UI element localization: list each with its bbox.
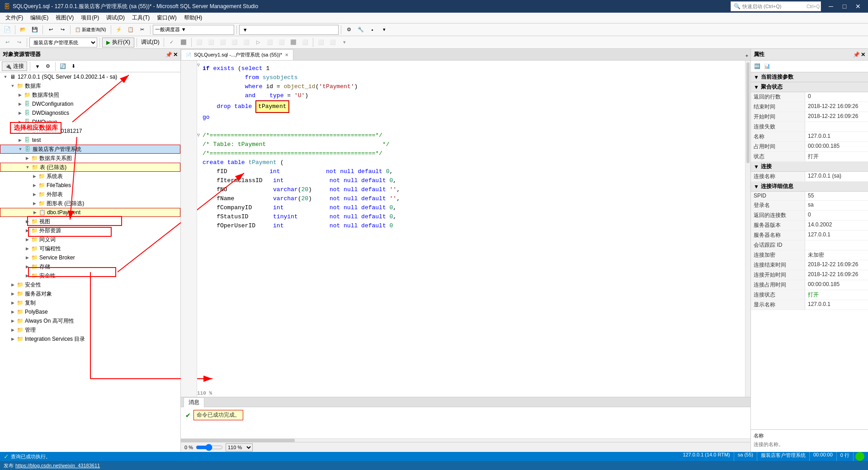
undo-btn2[interactable]: ↩ [2,38,13,47]
tree-stasdxm[interactable]: ▶ 🗄 STASDXM20181217 [0,127,180,136]
quick-search-input[interactable] [742,4,805,9]
security-root-expand[interactable]: ▶ [9,281,16,288]
tpayment-expand[interactable]: ▶ [31,209,38,216]
tables-expand[interactable]: ▼ [24,164,31,171]
tree-dwdiag[interactable]: ▶ 🗄 DWDiagnostics [0,108,180,118]
main-db-expand[interactable]: ▼ [17,146,24,153]
settings-btn[interactable]: ⚙ [344,25,354,35]
save-btn[interactable]: 💾 [29,25,40,35]
tb4[interactable]: ⬜ [229,38,240,47]
ext-res-expand[interactable]: ▶ [24,227,31,234]
maximize-button[interactable]: □ [838,2,851,11]
menu-view[interactable]: 视图(V) [52,13,77,23]
tree-databases-folder[interactable]: ▼ 📁 数据库 [0,81,180,90]
zoom-slider[interactable] [196,445,223,450]
tb9[interactable]: ⬛ [288,38,299,47]
server-dropdown[interactable]: ▼ [239,25,339,35]
results-hscrollbar[interactable] [181,438,750,442]
tree-dwconfig[interactable]: ▶ 🗄 DWConfiguration [0,99,180,108]
tree-programmability[interactable]: ▶ 📁 可编程性 [0,244,180,253]
tree-replication[interactable]: ▶ 📁 复制 [0,298,180,307]
tree-tpayment[interactable]: ▶ 📋 dbo.tPayment [0,208,180,217]
replication-expand[interactable]: ▶ [9,299,16,306]
panel-close-icon[interactable]: ✕ [173,52,178,58]
db-diagram-expand[interactable]: ▶ [24,155,31,162]
tree-integration[interactable]: ▶ 📁 Integration Services 目录 [0,334,180,343]
open-btn[interactable]: 📂 [18,25,28,35]
tree-polybase[interactable]: ▶ 📁 PolyBase [0,307,180,316]
tree-root[interactable]: ▼ 🖥 127.0.0.1 (SQL Server 14.0.2002.14 -… [0,72,180,81]
server-obj-expand[interactable]: ▶ [9,290,16,297]
menu-edit[interactable]: 编辑(E) [27,13,52,23]
tree-filetables[interactable]: ▶ 📁 FileTables [0,181,180,190]
prop-section-conn-detail[interactable]: ▼ 连接详细信息 [751,182,868,192]
stasdxm-expand[interactable]: ▶ [16,127,24,135]
editor-scrollbar[interactable] [745,61,750,397]
check-btn[interactable]: ✓ [166,38,177,47]
tree-main-db[interactable]: ▼ 🗄 服装店客户管理系统 [0,145,180,154]
tree-security-root[interactable]: ▶ 📁 安全性 [0,280,180,289]
db-folder-expand[interactable]: ▼ [9,82,16,89]
tb7[interactable]: ⬜ [264,38,275,47]
dwconfig-expand[interactable]: ▶ [16,100,24,108]
zoom-selector[interactable]: 110 % [226,443,253,451]
menu-tools[interactable]: 工具(T) [128,13,153,23]
refresh-btn[interactable]: 🔄 [58,62,67,70]
tab-add-btn[interactable]: + [743,51,750,60]
storage-expand[interactable]: ▶ [24,263,31,270]
tree-server-objects[interactable]: ▶ 📁 服务器对象 [0,289,180,298]
prog-expand[interactable]: ▶ [24,245,31,252]
tb6[interactable]: ▷ [253,38,264,47]
panel-pin-icon[interactable]: 📌 [165,52,172,58]
prop-section-current-conn[interactable]: ▼ 当前连接参数 [751,72,868,82]
close-button[interactable]: ✕ [852,2,864,11]
filter-settings-btn[interactable]: ⚙ [43,62,52,70]
menu-project[interactable]: 项目(P) [77,13,103,23]
connection-dropdown[interactable]: 一般调度器 ▼ [153,25,234,35]
tb3[interactable]: ⬜ [217,38,228,47]
management-expand[interactable]: ▶ [9,326,16,334]
tree-sys-tables[interactable]: ▶ 📁 系统表 [0,172,180,181]
root-expand-icon[interactable]: ▼ [2,73,9,80]
tree-security-db[interactable]: ▶ 📁 安全性 [0,271,180,280]
dwdiag-expand[interactable]: ▶ [16,109,24,117]
tree-test[interactable]: ▶ 🗄 test [0,136,180,145]
tab-close-icon[interactable]: ✕ [285,52,288,57]
tb2[interactable]: ⬜ [206,38,217,47]
execute-button[interactable]: ▶ 执行(X) [102,38,134,47]
menu-help[interactable]: 帮助(H) [180,13,206,23]
filetables-expand[interactable]: ▶ [31,182,38,189]
ext-tables-expand[interactable]: ▶ [31,191,38,198]
menu-window[interactable]: 窗口(W) [153,13,180,23]
security-db-expand[interactable]: ▶ [24,272,31,279]
copy-btn[interactable]: ⚡ [113,25,124,35]
tree-tables[interactable]: ▼ 📁 表 (已筛选) [0,163,180,172]
connect-button[interactable]: 🔌 连接 [2,61,27,71]
polybase-expand[interactable]: ▶ [9,308,16,315]
cut-btn[interactable]: ✂ [137,25,148,35]
test-expand[interactable]: ▶ [16,136,24,144]
graph-tables-expand[interactable]: ▶ [31,200,38,207]
layout-btn[interactable]: 🔧 [355,25,366,35]
sb-expand[interactable]: ▶ [24,254,31,261]
outdent-btn[interactable]: ⬜ [327,38,338,47]
menu-file[interactable]: 文件(F) [2,13,27,23]
prop-pin-icon[interactable]: 📌 [853,52,860,58]
minimize-button[interactable]: ─ [825,2,837,11]
dwqueue-expand[interactable]: ▶ [16,118,24,126]
tree-ext-tables[interactable]: ▶ 📁 外部表 [0,190,180,199]
tree-alwayson[interactable]: ▶ 📁 Always On 高可用性 [0,316,180,325]
undo-btn[interactable]: ↩ [45,25,56,35]
quick-search-box[interactable]: 🔍 Ctrl+Q [731,1,821,11]
tb5[interactable]: ⬜ [241,38,252,47]
more-btn[interactable]: ▾ [379,25,390,35]
tree-storage[interactable]: ▶ 📁 存储 [0,262,180,271]
tb10[interactable]: ⬜ [300,38,311,47]
tree-service-broker[interactable]: ▶ 📁 Service Broker [0,253,180,262]
tree-graph-tables[interactable]: ▶ 📁 图形表 (已筛选) [0,199,180,208]
integration-expand[interactable]: ▶ [9,335,16,343]
tree-dwqueue[interactable]: ▶ 🗄 DWQueue [0,118,180,127]
database-selector[interactable]: 服装店客户管理系统 [29,38,97,47]
synonyms-expand[interactable]: ▶ [24,236,31,243]
redo-btn2[interactable]: ↪ [14,38,24,47]
